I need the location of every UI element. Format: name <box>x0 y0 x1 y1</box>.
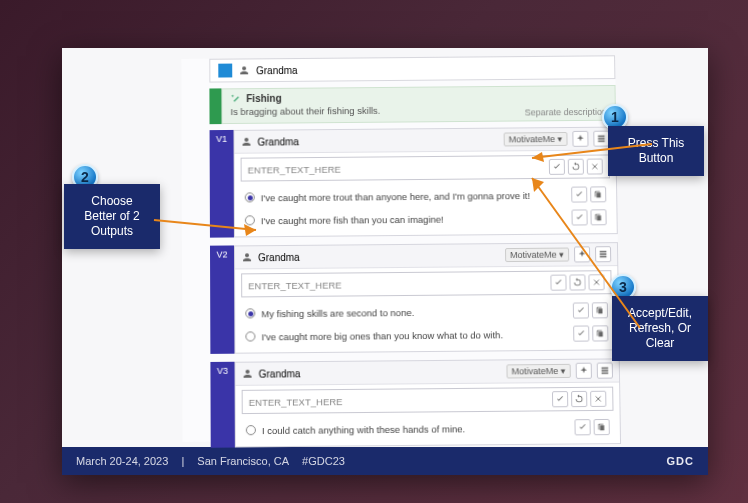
person-icon <box>241 251 253 263</box>
option-text: I've caught more big ones than you know … <box>261 328 567 342</box>
badge-1-num: 1 <box>611 109 619 125</box>
input-placeholder: ENTER_TEXT_HERE <box>249 396 343 408</box>
person-icon <box>242 368 254 380</box>
variant-header: GrandmaMotivateMe ▾ <box>234 128 615 154</box>
variant-speaker: Grandma <box>259 368 301 379</box>
clear-button[interactable] <box>590 391 606 407</box>
character-row: Grandma <box>209 55 615 82</box>
action-body: Fishing Is bragging about their fishing … <box>221 85 616 124</box>
variant-speaker: Grandma <box>257 136 299 147</box>
slide: Grandma Fishing Is bragging about their … <box>62 48 708 475</box>
copy-option-button[interactable] <box>592 325 608 341</box>
callout-1-text: Press This Button <box>628 136 684 165</box>
character-color-swatch <box>218 64 232 78</box>
callout-2-text: Choose Better of 2 Outputs <box>84 194 139 238</box>
copy-option-button[interactable] <box>590 186 606 202</box>
copy-option-button[interactable] <box>590 209 606 225</box>
variant-text-input[interactable]: ENTER_TEXT_HERE <box>241 270 612 297</box>
option-text: I've caught more fish than you can imagi… <box>261 212 566 226</box>
variant-tag: V2 <box>210 245 234 353</box>
variant-body: GrandmaMotivateMe ▾ENTER_TEXT_HEREMy fis… <box>234 242 620 354</box>
motivate-dropdown[interactable]: MotivateMe ▾ <box>505 248 569 263</box>
variant-tag: V1 <box>210 130 234 238</box>
action-block: Fishing Is bragging about their fishing … <box>209 85 616 124</box>
accept-option-button[interactable] <box>573 302 589 318</box>
radio-icon <box>245 192 255 202</box>
person-icon <box>238 64 250 76</box>
accept-option-button[interactable] <box>571 187 587 203</box>
copy-option-button[interactable] <box>592 302 608 318</box>
action-stripe <box>209 88 221 124</box>
accept-option-button[interactable] <box>571 209 587 225</box>
callout-press-button: Press This Button <box>608 126 704 176</box>
output-option[interactable]: I've caught more trout than anyone here,… <box>241 184 611 207</box>
generate-button[interactable] <box>572 131 588 147</box>
generate-button[interactable] <box>574 246 590 262</box>
output-option[interactable]: I've caught more big ones than you know … <box>241 323 612 346</box>
variant-tag: V3 <box>210 362 234 448</box>
clear-button[interactable] <box>587 159 603 175</box>
refresh-button[interactable] <box>568 159 584 175</box>
badge-2-num: 2 <box>81 169 89 185</box>
callout-3-text: Accept/Edit, Refresh, Or Clear <box>628 306 692 350</box>
radio-icon <box>245 215 255 225</box>
variant-v3: V3GrandmaMotivateMe ▾ENTER_TEXT_HEREI co… <box>210 358 621 447</box>
action-aside: Separate description <box>525 107 607 118</box>
variant-text-input[interactable]: ENTER_TEXT_HERE <box>242 387 614 414</box>
clear-button[interactable] <box>588 274 604 290</box>
generate-button[interactable] <box>576 363 592 379</box>
character-name: Grandma <box>256 64 298 75</box>
footer-brand: GDC <box>667 455 694 467</box>
slide-body: Grandma Fishing Is bragging about their … <box>62 48 708 447</box>
action-title: Fishing <box>246 93 281 104</box>
footer-location: San Francisco, CA <box>197 455 289 467</box>
output-option[interactable]: My fishing skills are second to none. <box>241 300 612 323</box>
footer-hashtag: #GDC23 <box>302 455 345 467</box>
variants-list: V1GrandmaMotivateMe ▾ENTER_TEXT_HEREI've… <box>210 127 621 448</box>
badge-3-num: 3 <box>619 279 627 295</box>
variant-options: I've caught more trout than anyone here,… <box>235 182 617 236</box>
variant-body: GrandmaMotivateMe ▾ENTER_TEXT_HEREI coul… <box>234 358 621 447</box>
slide-footer: March 20-24, 2023 | San Francisco, CA #G… <box>62 447 708 475</box>
radio-icon <box>245 308 255 318</box>
wand-icon <box>230 93 241 104</box>
accept-option-button[interactable] <box>574 419 590 435</box>
option-text: I could catch anything with these hands … <box>262 422 569 436</box>
option-text: I've caught more trout than anyone here,… <box>261 189 566 203</box>
refresh-button[interactable] <box>571 391 587 407</box>
option-text: My fishing skills are second to none. <box>261 305 567 319</box>
callout-choose-output: Choose Better of 2 Outputs <box>64 184 160 249</box>
copy-option-button[interactable] <box>594 419 610 435</box>
variant-options: My fishing skills are second to none.I'v… <box>235 298 618 353</box>
variant-v2: V2GrandmaMotivateMe ▾ENTER_TEXT_HEREMy f… <box>210 242 620 354</box>
output-option[interactable]: I've caught more fish than you can imagi… <box>241 207 611 230</box>
footer-date: March 20-24, 2023 <box>76 455 168 467</box>
more-button[interactable] <box>595 246 611 262</box>
variant-options: I could catch anything with these hands … <box>236 415 620 447</box>
refresh-button[interactable] <box>569 274 585 290</box>
variant-body: GrandmaMotivateMe ▾ENTER_TEXT_HEREI've c… <box>233 127 617 238</box>
radio-icon <box>245 331 255 341</box>
callout-accept-edit: Accept/Edit, Refresh, Or Clear <box>612 296 708 361</box>
accept-button[interactable] <box>552 391 568 407</box>
motivate-dropdown[interactable]: MotivateMe ▾ <box>506 364 570 379</box>
more-button[interactable] <box>597 362 613 378</box>
person-icon <box>240 136 252 148</box>
accept-option-button[interactable] <box>573 325 589 341</box>
radio-icon <box>246 425 256 435</box>
app-panel: Grandma Fishing Is bragging about their … <box>181 55 621 442</box>
variant-header: GrandmaMotivateMe ▾ <box>235 359 619 386</box>
input-placeholder: ENTER_TEXT_HERE <box>248 279 342 291</box>
motivate-dropdown[interactable]: MotivateMe ▾ <box>504 132 568 146</box>
accept-button[interactable] <box>549 159 565 175</box>
accept-button[interactable] <box>550 275 566 291</box>
output-option[interactable]: I could catch anything with these hands … <box>242 417 614 440</box>
variant-v1: V1GrandmaMotivateMe ▾ENTER_TEXT_HEREI've… <box>210 127 618 238</box>
input-placeholder: ENTER_TEXT_HERE <box>248 163 341 175</box>
variant-text-input[interactable]: ENTER_TEXT_HERE <box>241 154 610 181</box>
variant-speaker: Grandma <box>258 251 300 262</box>
variant-header: GrandmaMotivateMe ▾ <box>235 243 617 269</box>
